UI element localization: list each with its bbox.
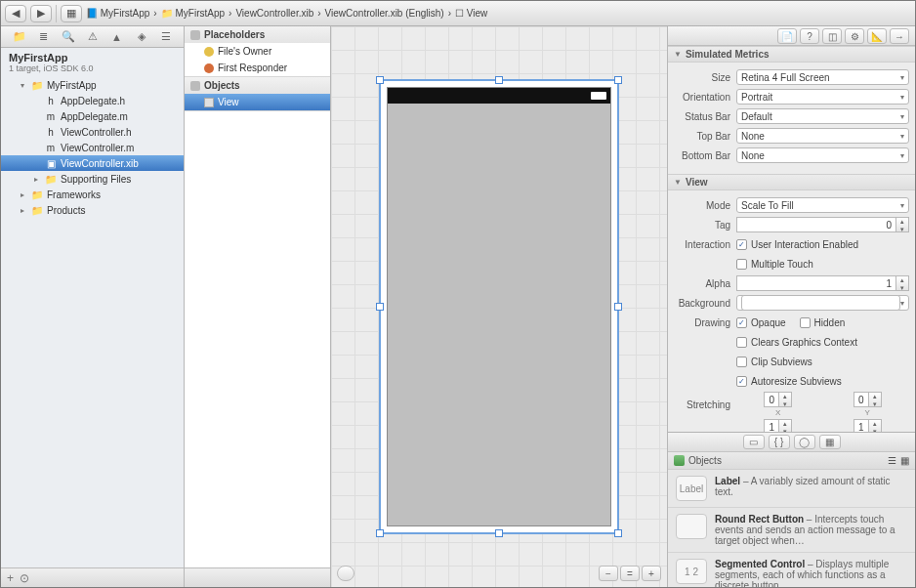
background-color[interactable]: ▾: [736, 295, 909, 311]
alpha-stepper[interactable]: 1▴▾: [736, 275, 909, 291]
mode-combo[interactable]: Scale To Fill▾: [736, 197, 909, 213]
filter-icon[interactable]: ⊙: [20, 571, 29, 585]
resize-handle[interactable]: [614, 76, 622, 84]
tag-stepper[interactable]: 0▴▾: [736, 217, 909, 232]
stretch-label: Stretching: [674, 399, 736, 410]
size-inspector-tab[interactable]: 📐: [867, 28, 887, 44]
placeholder-item[interactable]: First Responder: [185, 60, 330, 76]
interface-builder-canvas[interactable]: − = +: [331, 26, 667, 587]
project-nav-tab[interactable]: 📁: [12, 29, 27, 45]
code-snippet-tab[interactable]: { }: [769, 435, 790, 449]
attributes-inspector-tab[interactable]: ⚙: [845, 28, 864, 44]
library-header[interactable]: Objects☰ ▦: [668, 452, 915, 470]
resize-handle[interactable]: [495, 529, 503, 537]
y-stepper[interactable]: 0▴▾: [854, 392, 882, 407]
clears-graphics-checkbox[interactable]: Clears Graphics Context: [736, 337, 909, 348]
step-up[interactable]: ▴: [896, 218, 908, 226]
orientation-combo[interactable]: Portrait▾: [736, 89, 909, 105]
forward-button[interactable]: ▶: [30, 5, 52, 22]
resize-handle[interactable]: [376, 76, 384, 84]
topbar-combo[interactable]: None▾: [736, 128, 909, 144]
identity-inspector-tab[interactable]: ◫: [822, 28, 842, 44]
section-simulated-metrics[interactable]: ▼Simulated Metrics: [668, 46, 915, 63]
file-tree-item[interactable]: hViewController.h: [1, 124, 184, 140]
back-button[interactable]: ◀: [5, 5, 26, 22]
step-down[interactable]: ▾: [896, 226, 908, 233]
help-inspector-tab[interactable]: ?: [800, 28, 819, 44]
library-item[interactable]: 1 2Segmented Control – Displays multiple…: [668, 553, 915, 587]
navigator-panel: 📁 ≣ 🔍 ⚠ ▲ ◈ ☰ MyFirstApp 1 target, iOS S…: [1, 26, 185, 587]
resize-handle[interactable]: [495, 76, 503, 84]
file-tree-item[interactable]: ▣ViewController.xib: [1, 155, 184, 171]
grid-view-icon[interactable]: ▦: [900, 455, 909, 466]
objects-header[interactable]: Objects: [185, 77, 330, 94]
x-stepper[interactable]: 0▴▾: [764, 392, 792, 407]
crumb[interactable]: ViewController.xib (English): [325, 8, 444, 19]
crumb[interactable]: ☐ View: [455, 8, 487, 19]
library-item[interactable]: Round Rect Button – Intercepts touch eve…: [668, 508, 915, 553]
project-header[interactable]: MyFirstApp 1 target, iOS SDK 6.0: [1, 48, 184, 75]
crumb[interactable]: 📘 MyFirstApp: [86, 8, 149, 19]
section-view[interactable]: ▼View: [668, 174, 915, 190]
background-label: Background: [674, 298, 736, 309]
hidden-checkbox[interactable]: Hidden: [800, 317, 846, 328]
zoom-in-button[interactable]: +: [642, 566, 661, 581]
file-template-tab[interactable]: ▭: [743, 435, 765, 449]
related-button[interactable]: ▦: [61, 5, 82, 22]
cube-icon: [674, 455, 685, 466]
symbol-nav-tab[interactable]: ≣: [36, 29, 52, 45]
file-tree-item[interactable]: mAppDelegate.m: [1, 108, 184, 124]
library-panel: ▭ { } ◯ ▦ Objects☰ ▦ LabelLabel – A vari…: [668, 432, 915, 587]
placeholder-item[interactable]: File's Owner: [185, 43, 330, 60]
view-canvas[interactable]: [379, 79, 619, 534]
opaque-checkbox[interactable]: ✓Opaque: [736, 317, 786, 328]
file-tree-item[interactable]: ▸📁Supporting Files: [1, 171, 184, 187]
file-tree-item[interactable]: hAppDelegate.h: [1, 93, 184, 108]
library-item[interactable]: LabelLabel – A variably sized amount of …: [668, 470, 915, 508]
user-interaction-checkbox[interactable]: ✓User Interaction Enabled: [736, 239, 909, 250]
zoom-controls: − = +: [599, 566, 661, 581]
zoom-actual-button[interactable]: =: [620, 566, 640, 581]
crumb[interactable]: 📁 MyFirstApp: [161, 8, 225, 19]
resize-handle[interactable]: [614, 303, 622, 311]
zoom-out-button[interactable]: −: [599, 566, 618, 581]
autoresize-checkbox[interactable]: ✓Autoresize Subviews: [736, 376, 909, 387]
media-library-tab[interactable]: ▦: [819, 435, 841, 449]
step-down[interactable]: ▾: [896, 284, 908, 292]
object-library-tab[interactable]: ◯: [794, 435, 815, 449]
size-combo[interactable]: Retina 4 Full Screen▾: [736, 69, 909, 85]
file-tree-item[interactable]: ▾📁MyFirstApp: [1, 77, 184, 93]
issue-nav-tab[interactable]: ⚠: [85, 29, 101, 45]
multiple-touch-checkbox[interactable]: Multiple Touch: [736, 259, 909, 270]
statusbar-combo[interactable]: Default▾: [736, 108, 909, 124]
add-icon[interactable]: +: [7, 571, 14, 585]
outline-toggle[interactable]: [337, 566, 354, 581]
object-item[interactable]: View: [185, 94, 330, 110]
step-up[interactable]: ▴: [896, 276, 908, 284]
height-stepper[interactable]: 1▴▾: [854, 419, 882, 432]
width-stepper[interactable]: 1▴▾: [764, 419, 792, 432]
resize-handle[interactable]: [376, 529, 384, 537]
bottombar-combo[interactable]: None▾: [736, 147, 909, 163]
drawing-label: Drawing: [674, 317, 736, 328]
resize-handle[interactable]: [376, 303, 384, 311]
chevron-down-icon: ▾: [900, 112, 904, 121]
search-nav-tab[interactable]: 🔍: [61, 29, 76, 45]
file-tree-item[interactable]: ▸📁Products: [1, 202, 184, 218]
file-tree-item[interactable]: mViewController.m: [1, 140, 184, 155]
debug-nav-tab[interactable]: ▲: [109, 29, 125, 45]
placeholders-header[interactable]: Placeholders: [185, 26, 330, 43]
crumb[interactable]: ViewController.xib: [235, 8, 313, 19]
file-inspector-tab[interactable]: 📄: [777, 28, 797, 44]
connections-inspector-tab[interactable]: →: [890, 28, 909, 44]
alpha-label: Alpha: [674, 278, 736, 289]
clip-subviews-checkbox[interactable]: Clip Subviews: [736, 357, 909, 367]
library-thumb: Label: [676, 476, 707, 501]
file-tree-item[interactable]: ▸📁Frameworks: [1, 187, 184, 202]
breakpoint-nav-tab[interactable]: ◈: [134, 29, 149, 45]
resize-handle[interactable]: [614, 529, 622, 537]
log-nav-tab[interactable]: ☰: [158, 29, 174, 45]
document-outline: Placeholders File's OwnerFirst Responder…: [185, 26, 331, 587]
size-label: Size: [674, 72, 736, 83]
list-view-icon[interactable]: ☰: [888, 455, 896, 466]
